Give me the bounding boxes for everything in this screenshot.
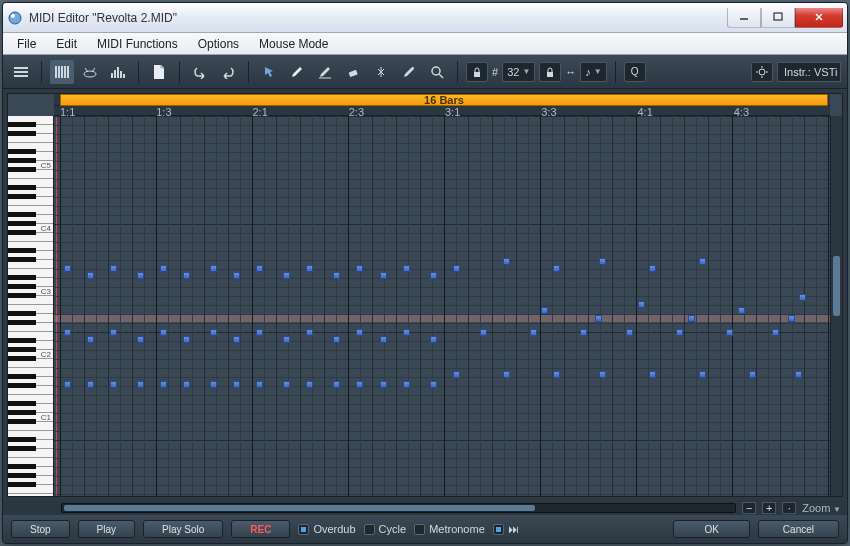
range-marker[interactable]: 16 Bars xyxy=(60,94,828,106)
midi-note[interactable] xyxy=(626,329,633,336)
horizontal-scrollbar[interactable] xyxy=(61,503,736,513)
midi-note[interactable] xyxy=(380,381,387,388)
midi-note[interactable] xyxy=(676,329,683,336)
midi-note[interactable] xyxy=(64,265,71,272)
piano-keyboard[interactable]: C5C4C3C2C1 xyxy=(8,116,54,496)
menu-file[interactable]: File xyxy=(9,35,44,53)
midi-note[interactable] xyxy=(430,336,437,343)
menu-options[interactable]: Options xyxy=(190,35,247,53)
midi-note[interactable] xyxy=(699,258,706,265)
midi-note[interactable] xyxy=(480,329,487,336)
playhead[interactable] xyxy=(56,116,57,496)
midi-note[interactable] xyxy=(110,265,117,272)
drum-editor-icon[interactable] xyxy=(78,60,102,84)
midi-note[interactable] xyxy=(64,381,71,388)
list-view-icon[interactable] xyxy=(9,60,33,84)
piano-roll-icon[interactable] xyxy=(50,60,74,84)
vertical-scrollbar[interactable] xyxy=(830,116,842,496)
midi-note[interactable] xyxy=(380,336,387,343)
midi-note[interactable] xyxy=(110,381,117,388)
midi-note[interactable] xyxy=(430,381,437,388)
midi-note[interactable] xyxy=(306,329,313,336)
zoom-out-button[interactable]: − xyxy=(742,502,756,514)
redo-icon[interactable] xyxy=(216,60,240,84)
quantize-apply-button[interactable]: Q xyxy=(624,62,646,82)
midi-note[interactable] xyxy=(580,329,587,336)
midi-note[interactable] xyxy=(453,265,460,272)
arrow-tool-icon[interactable] xyxy=(257,60,281,84)
midi-note[interactable] xyxy=(356,329,363,336)
midi-note[interactable] xyxy=(649,371,656,378)
midi-note[interactable] xyxy=(333,272,340,279)
settings-icon[interactable] xyxy=(751,62,773,82)
midi-note[interactable] xyxy=(403,381,410,388)
midi-note[interactable] xyxy=(649,265,656,272)
midi-note[interactable] xyxy=(87,336,94,343)
midi-note[interactable] xyxy=(160,329,167,336)
midi-note[interactable] xyxy=(233,381,240,388)
midi-note[interactable] xyxy=(356,381,363,388)
midi-note[interactable] xyxy=(333,336,340,343)
zoom-tool-icon[interactable] xyxy=(425,60,449,84)
midi-note[interactable] xyxy=(160,265,167,272)
midi-note[interactable] xyxy=(160,381,167,388)
rec-button[interactable]: REC xyxy=(231,520,290,538)
midi-note[interactable] xyxy=(210,381,217,388)
midi-note[interactable] xyxy=(283,336,290,343)
midi-note[interactable] xyxy=(699,371,706,378)
note-grid[interactable] xyxy=(54,116,830,496)
midi-note[interactable] xyxy=(183,272,190,279)
vertical-scroll-thumb[interactable] xyxy=(833,256,840,316)
midi-note[interactable] xyxy=(306,381,313,388)
midi-note[interactable] xyxy=(233,272,240,279)
close-button[interactable] xyxy=(795,8,843,28)
instrument-select[interactable]: Instr.: VSTi 1: xyxy=(777,62,841,82)
midi-note[interactable] xyxy=(553,371,560,378)
quantize-value-select[interactable]: 32▼ xyxy=(502,62,535,82)
maximize-button[interactable] xyxy=(761,8,795,28)
midi-note[interactable] xyxy=(726,329,733,336)
midi-note[interactable] xyxy=(87,381,94,388)
draw-tool-icon[interactable] xyxy=(313,60,337,84)
stop-button[interactable]: Stop xyxy=(11,520,70,538)
titlebar[interactable]: MIDI Editor "Revolta 2.MID" xyxy=(3,3,847,33)
length-value-select[interactable]: ♪▼ xyxy=(580,62,606,82)
zoom-reset-button[interactable]: · xyxy=(782,502,796,514)
midi-note[interactable] xyxy=(210,329,217,336)
horizontal-scroll-thumb[interactable] xyxy=(64,505,535,511)
eraser-tool-icon[interactable] xyxy=(341,60,365,84)
play-solo-button[interactable]: Play Solo xyxy=(143,520,223,538)
midi-note[interactable] xyxy=(503,371,510,378)
menu-edit[interactable]: Edit xyxy=(48,35,85,53)
midi-note[interactable] xyxy=(137,336,144,343)
undo-icon[interactable] xyxy=(188,60,212,84)
midi-note[interactable] xyxy=(738,307,745,314)
pencil-tool-icon[interactable] xyxy=(285,60,309,84)
range-bar[interactable]: 16 Bars xyxy=(54,94,830,106)
midi-note[interactable] xyxy=(283,272,290,279)
midi-note[interactable] xyxy=(749,371,756,378)
midi-note[interactable] xyxy=(530,329,537,336)
midi-note[interactable] xyxy=(356,265,363,272)
midi-note[interactable] xyxy=(788,315,795,322)
midi-note[interactable] xyxy=(137,381,144,388)
midi-note[interactable] xyxy=(210,265,217,272)
metronome-checkbox[interactable]: Metronome xyxy=(414,523,485,535)
midi-note[interactable] xyxy=(638,301,645,308)
quantize-lock-icon[interactable] xyxy=(466,62,488,82)
split-tool-icon[interactable] xyxy=(369,60,393,84)
midi-note[interactable] xyxy=(403,265,410,272)
midi-note[interactable] xyxy=(256,265,263,272)
midi-note[interactable] xyxy=(256,381,263,388)
midi-note[interactable] xyxy=(183,336,190,343)
midi-note[interactable] xyxy=(453,371,460,378)
midi-note[interactable] xyxy=(599,258,606,265)
midi-note[interactable] xyxy=(595,315,602,322)
midi-note[interactable] xyxy=(599,371,606,378)
new-page-icon[interactable] xyxy=(147,60,171,84)
menu-midi-functions[interactable]: MIDI Functions xyxy=(89,35,186,53)
midi-note[interactable] xyxy=(799,294,806,301)
midi-note[interactable] xyxy=(64,329,71,336)
midi-note[interactable] xyxy=(430,272,437,279)
overdub-checkbox[interactable]: Overdub xyxy=(298,523,355,535)
